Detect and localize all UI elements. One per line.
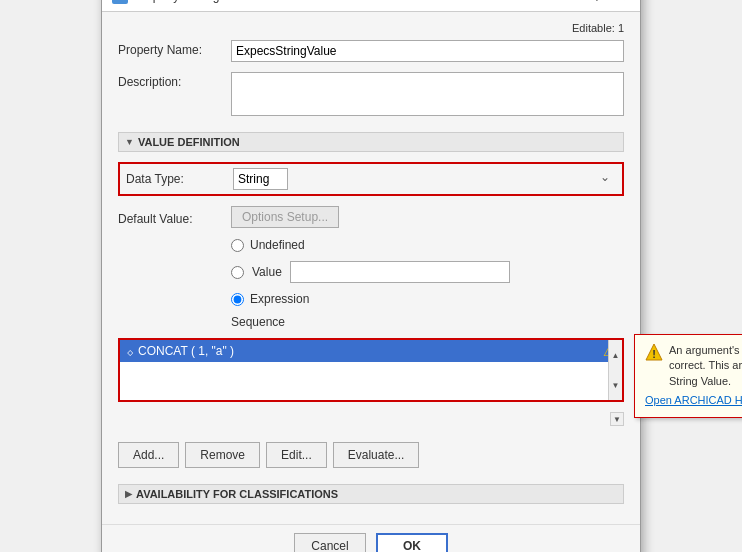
warning-triangle-wrapper: !: [645, 343, 663, 361]
dialog-icon: P: [112, 0, 128, 4]
radio-undefined-row: Undefined: [231, 238, 624, 252]
sequence-list[interactable]: ⬦ CONCAT ( 1, "a" ) ⚠: [120, 340, 622, 400]
tooltip-warning-row: ! An argument's Data Type is not correct…: [645, 343, 742, 389]
sequence-item-text: CONCAT ( 1, "a" ): [138, 344, 234, 358]
property-name-row: Property Name:: [118, 40, 624, 62]
description-input[interactable]: [231, 72, 624, 116]
warning-triangle-icon: !: [645, 343, 663, 361]
sequence-label: Sequence: [231, 315, 624, 329]
dialog-title: Property Manager: [134, 0, 582, 3]
sequence-bottom-scroll: ▼: [118, 412, 624, 426]
availability-collapse-arrow: ▶: [125, 489, 132, 499]
radio-undefined-label: Undefined: [250, 238, 305, 252]
default-value-row: Default Value: Options Setup...: [118, 206, 624, 228]
property-manager-dialog: P Property Manager ? ✕ Editable: 1 Prope…: [101, 0, 641, 552]
sequence-container: ⬦ CONCAT ( 1, "a" ) ⚠ ▲ ▼: [118, 338, 624, 402]
ok-button[interactable]: OK: [376, 533, 448, 552]
tooltip-box: ! An argument's Data Type is not correct…: [634, 334, 742, 418]
scroll-down-btn[interactable]: ▼: [610, 412, 624, 426]
sequence-item[interactable]: ⬦ CONCAT ( 1, "a" ) ⚠: [120, 340, 622, 362]
radio-expression[interactable]: [231, 293, 244, 306]
description-row: Description:: [118, 72, 624, 116]
dialog-footer: Cancel OK: [102, 524, 640, 552]
section-collapse-arrow: ▼: [125, 137, 134, 147]
dialog-body: Editable: 1 Property Name: Description: …: [102, 12, 640, 524]
value-input-field[interactable]: [290, 261, 510, 283]
radio-value-row: Value: [231, 261, 624, 283]
sequence-scroll-up[interactable]: ▲: [609, 340, 622, 370]
title-bar: P Property Manager ? ✕: [102, 0, 640, 12]
radio-value[interactable]: [231, 266, 244, 279]
data-type-label: Data Type:: [126, 172, 225, 186]
value-definition-label: VALUE DEFINITION: [138, 136, 240, 148]
remove-button[interactable]: Remove: [185, 442, 260, 468]
radio-expression-row: Expression: [231, 292, 624, 306]
tooltip-message: An argument's Data Type is not correct. …: [669, 343, 742, 389]
property-name-input[interactable]: [231, 40, 624, 62]
close-button[interactable]: ✕: [612, 0, 630, 5]
data-type-row: Data Type: String Integer Number Boolean…: [118, 162, 624, 196]
default-value-label: Default Value:: [118, 209, 223, 226]
bottom-actions: Add... Remove Edit... Evaluate...: [118, 436, 624, 474]
sequence-scroll-down[interactable]: ▼: [609, 370, 622, 400]
availability-label: AVAILABILITY FOR CLASSIFICATIONS: [136, 488, 338, 500]
description-label: Description:: [118, 72, 223, 89]
sequence-area: ⬦ CONCAT ( 1, "a" ) ⚠ ▲ ▼ !: [118, 338, 624, 406]
svg-text:!: !: [652, 348, 656, 360]
radio-expression-label: Expression: [250, 292, 309, 306]
radio-undefined[interactable]: [231, 239, 244, 252]
sequence-scrollbar: ▲ ▼: [608, 340, 622, 400]
editable-value: 1: [618, 22, 624, 34]
edit-button[interactable]: Edit...: [266, 442, 327, 468]
editable-row: Editable: 1: [118, 22, 624, 34]
radio-value-label: Value: [252, 265, 282, 279]
property-name-label: Property Name:: [118, 40, 223, 57]
help-button[interactable]: ?: [588, 0, 606, 5]
evaluate-button[interactable]: Evaluate...: [333, 442, 420, 468]
cancel-button[interactable]: Cancel: [294, 533, 366, 552]
value-definition-header[interactable]: ▼ VALUE DEFINITION: [118, 132, 624, 152]
data-type-select-wrapper: String Integer Number Boolean Length: [233, 168, 616, 190]
editable-label: Editable:: [572, 22, 615, 34]
open-archicad-help-link[interactable]: Open ARCHICAD Help: [645, 393, 742, 408]
title-controls: ? ✕: [588, 0, 630, 5]
data-type-select[interactable]: String Integer Number Boolean Length: [233, 168, 288, 190]
availability-section-header[interactable]: ▶ AVAILABILITY FOR CLASSIFICATIONS: [118, 484, 624, 504]
sequence-item-expand-icon: ⬦: [126, 343, 134, 359]
options-setup-button: Options Setup...: [231, 206, 339, 228]
add-button[interactable]: Add...: [118, 442, 179, 468]
